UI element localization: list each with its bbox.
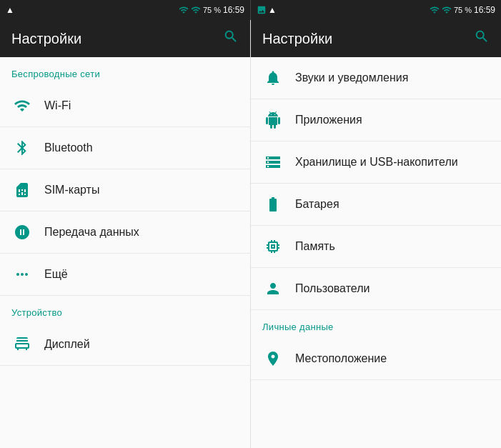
signal-icon-right [430,5,440,15]
storage-item[interactable]: Хранилище и USB-накопители [251,141,501,184]
sim-label: SIM-карты [44,184,99,196]
device-section-header: Устройство [0,296,250,324]
main-container: Настройки Беспроводные сети Wi-Fi Blueto… [0,20,501,448]
status-bar-left: ▲ 75 % 16:59 [0,0,250,20]
more-item[interactable]: Ещё [0,254,250,296]
memory-label: Память [295,240,335,253]
sounds-label: Звуки и уведомления [295,71,408,84]
status-right-group-left: 75 % 16:59 [179,5,244,15]
data-label: Передача данных [44,226,139,239]
right-panel-title: Настройки [262,31,332,47]
data-transfer-icon [11,221,33,243]
memory-icon [262,236,284,257]
wifi-label: Wi-Fi [44,99,71,112]
warning-icon-right: ▲ [268,5,277,15]
android-icon [262,109,284,131]
left-panel-title: Настройки [11,31,81,47]
left-settings-list: Беспроводные сети Wi-Fi Bluetooth SIM-ка… [0,57,250,448]
location-label: Местоположение [295,352,387,365]
time-right: 16:59 [474,5,495,15]
memory-item[interactable]: Память [251,226,501,268]
status-right-group-right: 75 % 16:59 [430,5,495,15]
wifi-status-icon-right [442,5,452,15]
more-icon [11,264,33,285]
right-settings-list: Звуки и уведомления Приложения Хранилище… [251,57,501,448]
bluetooth-label: Bluetooth [44,141,93,154]
signal-icon-left [179,5,189,15]
status-icons-right-left: ▲ [257,5,277,15]
location-icon [262,348,284,369]
more-label: Ещё [44,268,68,281]
users-icon [262,278,284,299]
storage-icon [262,151,284,173]
left-panel: Настройки Беспроводные сети Wi-Fi Blueto… [0,20,251,448]
sounds-item[interactable]: Звуки и уведомления [251,57,501,99]
status-left-icons: ▲ [6,5,14,15]
data-item[interactable]: Передача данных [0,211,250,254]
right-app-bar: Настройки [251,20,501,57]
apps-label: Приложения [295,114,362,126]
left-search-icon[interactable] [223,29,239,49]
left-app-bar: Настройки [0,20,250,57]
right-search-icon[interactable] [474,29,490,49]
bluetooth-icon [11,137,33,159]
wifi-status-icon-left [191,5,201,15]
battery-icon [262,194,284,215]
users-item[interactable]: Пользователи [251,268,501,310]
sim-icon [11,179,33,201]
apps-item[interactable]: Приложения [251,99,501,141]
sim-item[interactable]: SIM-карты [0,169,250,211]
time-left: 16:59 [223,5,244,15]
wifi-icon [11,95,33,116]
warning-icon-left: ▲ [6,5,14,15]
display-item[interactable]: Дисплей [0,324,250,366]
battery-label: Батарея [295,198,339,211]
display-icon [11,334,33,355]
wifi-item[interactable]: Wi-Fi [0,85,250,127]
users-label: Пользователи [295,282,369,295]
battery-text-left: 75 % [203,6,221,14]
right-panel: Настройки Звуки и уведомления Приложения [251,20,501,448]
location-item[interactable]: Местоположение [251,338,501,380]
image-icon-right [257,5,267,15]
battery-text-right: 75 % [454,6,472,14]
bell-icon [262,67,284,89]
personal-section-header: Личные данные [251,310,501,338]
battery-item[interactable]: Батарея [251,184,501,226]
status-bar: ▲ 75 % 16:59 ▲ 75 % 16:59 [0,0,501,20]
storage-label: Хранилище и USB-накопители [295,156,458,169]
status-bar-right: ▲ 75 % 16:59 [251,0,501,20]
bluetooth-item[interactable]: Bluetooth [0,127,250,169]
wireless-section-header: Беспроводные сети [0,57,250,85]
display-label: Дисплей [44,338,90,351]
